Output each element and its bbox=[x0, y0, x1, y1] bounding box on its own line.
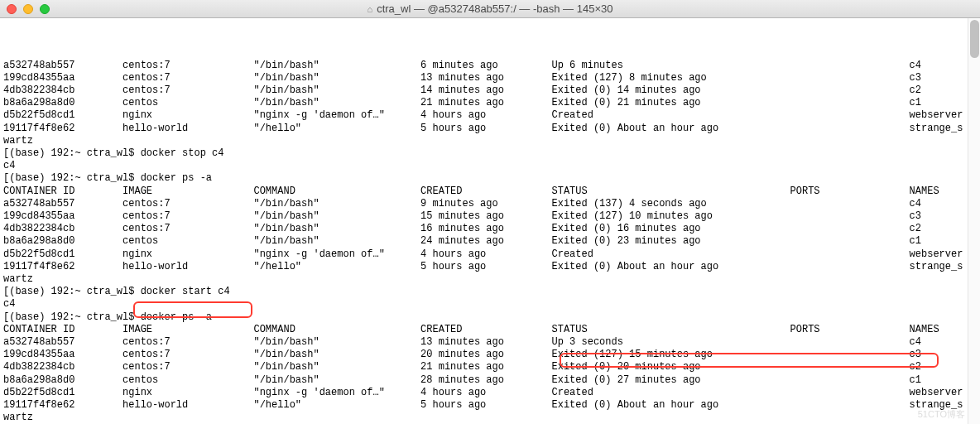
prompt-line: [(base) 192:~ ctra_wl$ docker ps -a bbox=[3, 172, 973, 185]
table-row: 4db3822384cb centos:7 "/bin/bash" 16 min… bbox=[3, 223, 973, 235]
table-row: a532748ab557 centos:7 "/bin/bash" 13 min… bbox=[3, 336, 973, 349]
traffic-lights bbox=[7, 4, 50, 14]
command-output: c4 bbox=[3, 160, 973, 172]
table-row: 4db3822384cb centos:7 "/bin/bash" 14 min… bbox=[3, 84, 973, 97]
window-titlebar: ⌂ ctra_wl — @a532748ab557:/ — -bash — 14… bbox=[0, 0, 980, 18]
table-row: b8a6a298a8d0 centos "/bin/bash" 24 minut… bbox=[3, 235, 973, 248]
table-row: 199cd84355aa centos:7 "/bin/bash" 20 min… bbox=[3, 349, 973, 361]
window-title-text: ctra_wl — @a532748ab557:/ — -bash — 145×… bbox=[377, 2, 612, 15]
command-output: c4 bbox=[3, 298, 973, 311]
scrollbar-track[interactable] bbox=[968, 18, 980, 424]
table-row: b8a6a298a8d0 centos "/bin/bash" 28 minut… bbox=[3, 374, 973, 387]
table-row: d5b22f5d8cd1 nginx "nginx -g 'daemon of…… bbox=[3, 387, 973, 399]
table-row: 199cd84355aa centos:7 "/bin/bash" 15 min… bbox=[3, 210, 973, 223]
table-row-trail: wartz bbox=[3, 412, 973, 424]
window-title: ⌂ ctra_wl — @a532748ab557:/ — -bash — 14… bbox=[7, 2, 973, 15]
table-row: 19117f4f8e62 hello-world "/hello" 5 hour… bbox=[3, 261, 973, 273]
prompt-line: [(base) 192:~ ctra_wl$ docker start c4 bbox=[3, 286, 973, 298]
home-icon: ⌂ bbox=[368, 4, 373, 14]
table-row: d5b22f5d8cd1 nginx "nginx -g 'daemon of…… bbox=[3, 248, 973, 261]
terminal-output[interactable]: 51CTO博客 a532748ab557 centos:7 "/bin/bash… bbox=[0, 18, 980, 424]
prompt-line: [(base) 192:~ ctra_wl$ docker stop c4 bbox=[3, 147, 973, 160]
table-row-trail: wartz bbox=[3, 135, 973, 147]
table-row: b8a6a298a8d0 centos "/bin/bash" 21 minut… bbox=[3, 97, 973, 109]
table-row: d5b22f5d8cd1 nginx "nginx -g 'daemon of…… bbox=[3, 109, 973, 122]
table-row: 199cd84355aa centos:7 "/bin/bash" 13 min… bbox=[3, 72, 973, 84]
scrollbar-thumb[interactable] bbox=[970, 20, 979, 58]
table-header: CONTAINER ID IMAGE COMMAND CREATED STATU… bbox=[3, 186, 973, 198]
table-header: CONTAINER ID IMAGE COMMAND CREATED STATU… bbox=[3, 324, 973, 336]
close-button[interactable] bbox=[7, 4, 17, 14]
table-row: a532748ab557 centos:7 "/bin/bash" 6 minu… bbox=[3, 60, 973, 72]
prompt-line: [(base) 192:~ ctra_wl$ docker ps -a bbox=[3, 311, 973, 324]
table-row: 4db3822384cb centos:7 "/bin/bash" 21 min… bbox=[3, 361, 973, 373]
table-row: 19117f4f8e62 hello-world "/hello" 5 hour… bbox=[3, 123, 973, 135]
table-row-trail: wartz bbox=[3, 273, 973, 286]
table-row: a532748ab557 centos:7 "/bin/bash" 9 minu… bbox=[3, 198, 973, 210]
watermark: 51CTO博客 bbox=[918, 408, 965, 421]
maximize-button[interactable] bbox=[40, 4, 50, 14]
minimize-button[interactable] bbox=[23, 4, 33, 14]
table-row: 19117f4f8e62 hello-world "/hello" 5 hour… bbox=[3, 399, 973, 412]
